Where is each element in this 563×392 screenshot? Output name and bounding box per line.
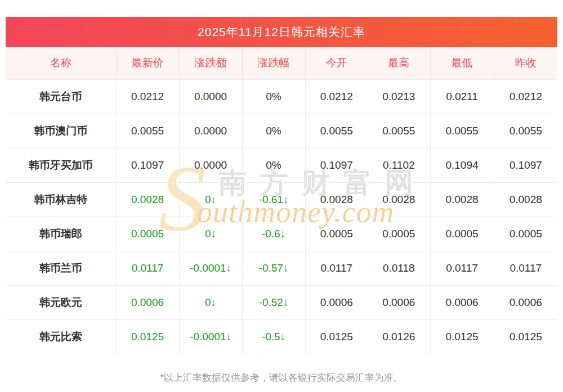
cell-last: 0.0006 bbox=[116, 285, 179, 319]
table-header-row: 名称 最新价 涨跌额 涨跌幅 今开 最高 最低 昨收 bbox=[6, 47, 557, 79]
cell-change: -0.0001↓ bbox=[179, 251, 242, 285]
cell-pct: -0.6↓ bbox=[242, 217, 305, 251]
cell-name: 韩币兰币 bbox=[6, 251, 116, 285]
table-row: 韩币澳门币 0.0055 0.0000 0% 0.0055 0.0055 0.0… bbox=[6, 114, 557, 148]
table-row: 韩元台币 0.0212 0.0000 0% 0.0212 0.0213 0.02… bbox=[6, 79, 557, 114]
cell-high: 0.0006 bbox=[368, 285, 430, 319]
col-header-low: 最低 bbox=[430, 47, 494, 79]
table-row: 韩币瑞郎 0.0005 0↓ -0.6↓ 0.0005 0.0005 0.000… bbox=[6, 217, 557, 251]
rates-table: 名称 最新价 涨跌额 涨跌幅 今开 最高 最低 昨收 韩元台币 0.0212 0… bbox=[6, 47, 557, 354]
cell-name: 韩币林吉特 bbox=[6, 182, 116, 217]
table-row: 韩币牙买加币 0.1097 0.0000 0% 0.1097 0.1102 0.… bbox=[6, 148, 557, 182]
cell-prev: 0.0055 bbox=[494, 114, 557, 148]
cell-low: 0.0125 bbox=[430, 319, 494, 354]
cell-last: 0.0125 bbox=[116, 319, 179, 354]
cell-change: 0.0000 bbox=[179, 114, 242, 148]
cell-change: 0.0000 bbox=[179, 79, 242, 114]
cell-prev: 0.0006 bbox=[494, 285, 557, 319]
table-header: 名称 最新价 涨跌额 涨跌幅 今开 最高 最低 昨收 bbox=[6, 47, 557, 79]
cell-low: 0.0117 bbox=[430, 251, 494, 285]
cell-high: 0.0213 bbox=[368, 79, 430, 114]
table-row: 韩元比索 0.0125 -0.0001↓ -0.5↓ 0.0125 0.0126… bbox=[6, 319, 557, 354]
cell-name: 韩币澳门币 bbox=[6, 114, 116, 148]
cell-open: 0.0125 bbox=[305, 319, 368, 354]
cell-open: 0.0055 bbox=[305, 114, 368, 148]
col-header-change: 涨跌额 bbox=[179, 47, 242, 79]
table-row: 韩元欧元 0.0006 0↓ -0.52↓ 0.0006 0.0006 0.00… bbox=[6, 285, 557, 319]
table-body: 韩元台币 0.0212 0.0000 0% 0.0212 0.0213 0.02… bbox=[6, 79, 557, 354]
cell-pct: 0% bbox=[242, 148, 305, 182]
table-row: 韩币林吉特 0.0028 0↓ -0.61↓ 0.0028 0.0028 0.0… bbox=[6, 182, 557, 217]
cell-prev: 0.0005 bbox=[494, 217, 557, 251]
col-header-open: 今开 bbox=[305, 47, 368, 79]
cell-name: 韩元欧元 bbox=[6, 285, 116, 319]
col-header-high: 最高 bbox=[368, 47, 430, 79]
cell-change: 0↓ bbox=[179, 182, 242, 217]
cell-last: 0.1097 bbox=[116, 148, 179, 182]
cell-prev: 0.0125 bbox=[494, 319, 557, 354]
col-header-pct: 涨跌幅 bbox=[242, 47, 305, 79]
cell-change: -0.0001↓ bbox=[179, 319, 242, 354]
cell-prev: 0.1097 bbox=[494, 148, 557, 182]
cell-last: 0.0005 bbox=[116, 217, 179, 251]
cell-low: 0.1094 bbox=[430, 148, 494, 182]
cell-name: 韩币瑞郎 bbox=[6, 217, 116, 251]
cell-low: 0.0028 bbox=[430, 182, 494, 217]
cell-pct: 0% bbox=[242, 114, 305, 148]
cell-pct: 0% bbox=[242, 79, 305, 114]
cell-pct: -0.52↓ bbox=[242, 285, 305, 319]
cell-last: 0.0117 bbox=[116, 251, 179, 285]
cell-high: 0.0126 bbox=[368, 319, 430, 354]
cell-high: 0.0055 bbox=[368, 114, 430, 148]
cell-prev: 0.0028 bbox=[494, 182, 557, 217]
cell-name: 韩元比索 bbox=[6, 319, 116, 354]
cell-change: 0.0000 bbox=[179, 148, 242, 182]
cell-open: 0.0117 bbox=[305, 251, 368, 285]
cell-name: 韩币牙买加币 bbox=[6, 148, 116, 182]
cell-prev: 0.0212 bbox=[494, 79, 557, 114]
cell-high: 0.1102 bbox=[368, 148, 430, 182]
cell-change: 0↓ bbox=[179, 285, 242, 319]
cell-high: 0.0118 bbox=[368, 251, 430, 285]
cell-open: 0.0006 bbox=[305, 285, 368, 319]
footnote: *以上汇率数据仅供参考，请以各银行实际交易汇率为准。 bbox=[6, 371, 557, 384]
page-title: 2025年11月12日韩元相关汇率 bbox=[198, 24, 365, 40]
cell-last: 0.0212 bbox=[116, 79, 179, 114]
cell-low: 0.0005 bbox=[430, 217, 494, 251]
cell-last: 0.0028 bbox=[116, 182, 179, 217]
cell-open: 0.1097 bbox=[305, 148, 368, 182]
table-row: 韩币兰币 0.0117 -0.0001↓ -0.57↓ 0.0117 0.011… bbox=[6, 251, 557, 285]
cell-pct: -0.57↓ bbox=[242, 251, 305, 285]
cell-change: 0↓ bbox=[179, 217, 242, 251]
cell-high: 0.0028 bbox=[368, 182, 430, 217]
cell-pct: -0.61↓ bbox=[242, 182, 305, 217]
cell-low: 0.0211 bbox=[430, 79, 494, 114]
table-title-bar: 2025年11月12日韩元相关汇率 bbox=[6, 17, 557, 47]
cell-prev: 0.0117 bbox=[494, 251, 557, 285]
cell-open: 0.0212 bbox=[305, 79, 368, 114]
cell-open: 0.0028 bbox=[305, 182, 368, 217]
cell-last: 0.0055 bbox=[116, 114, 179, 148]
col-header-last: 最新价 bbox=[116, 47, 179, 79]
cell-high: 0.0005 bbox=[368, 217, 430, 251]
col-header-prev: 昨收 bbox=[494, 47, 557, 79]
cell-low: 0.0055 bbox=[430, 114, 494, 148]
cell-low: 0.0006 bbox=[430, 285, 494, 319]
cell-name: 韩元台币 bbox=[6, 79, 116, 114]
cell-pct: -0.5↓ bbox=[242, 319, 305, 354]
cell-open: 0.0005 bbox=[305, 217, 368, 251]
col-header-name: 名称 bbox=[6, 47, 116, 79]
rates-page: S 南方财富网 outhmoney.com 2025年11月12日韩元相关汇率 … bbox=[6, 17, 557, 384]
